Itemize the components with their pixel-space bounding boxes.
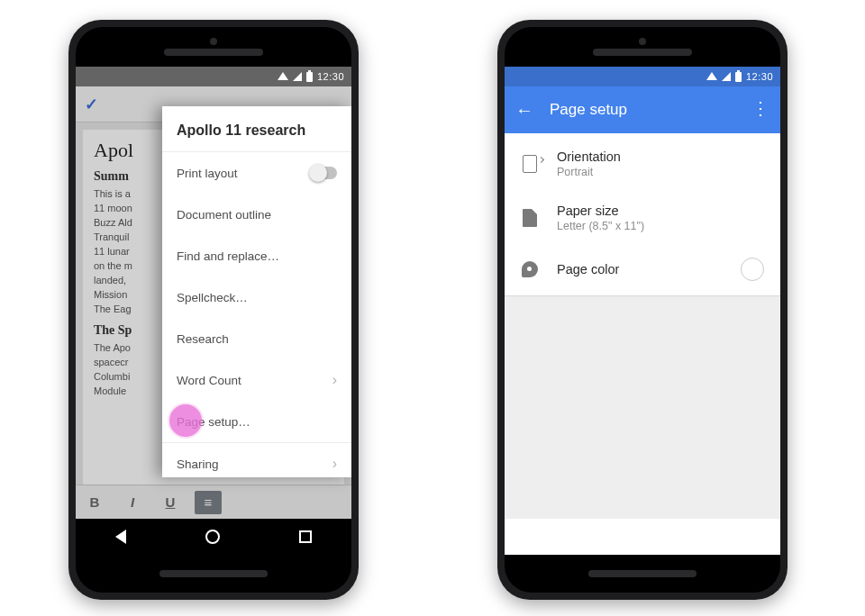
wifi-icon: [706, 72, 717, 80]
phone-mock-right: 12:30 ← Page setup ⋮ OrientationPortrait…: [497, 20, 788, 600]
menu-item-label: Document outline: [177, 208, 271, 222]
android-nav-bar: [76, 519, 351, 555]
phone-mock-left: 12:30 ✓ Apol Summ This is a 11 moon Buzz…: [68, 20, 359, 600]
italic-button[interactable]: I: [114, 494, 151, 510]
menu-item-label: Spellcheck…: [177, 291, 248, 304]
clock: 12:30: [317, 71, 344, 82]
nav-home-icon[interactable]: [205, 530, 220, 544]
settings-sublabel: Letter (8.5" x 11"): [557, 220, 764, 232]
chevron-right-icon: ›: [332, 372, 337, 388]
menu-item-word-count[interactable]: Word Count›: [162, 359, 351, 401]
clock: 12:30: [746, 71, 773, 82]
color-swatch[interactable]: [741, 258, 764, 281]
menu-item-sharing[interactable]: Sharing›: [162, 443, 351, 485]
cell-signal-icon: [293, 72, 302, 81]
settings-row-paper-size[interactable]: Paper sizeLetter (8.5" x 11"): [505, 191, 780, 245]
bold-button[interactable]: B: [76, 494, 114, 510]
settings-sublabel: Portrait: [557, 166, 764, 178]
menu-title: Apollo 11 research: [162, 106, 351, 152]
battery-icon: [735, 72, 742, 82]
page-title: Page setup: [550, 101, 735, 119]
align-button[interactable]: ≡: [195, 491, 222, 514]
menu-item-find-replace[interactable]: Find and replace…: [162, 235, 351, 276]
menu-item-label: Sharing: [177, 457, 219, 471]
menu-item-research[interactable]: Research: [162, 318, 351, 359]
settings-label: Paper size: [557, 204, 764, 218]
chevron-right-icon: ›: [332, 456, 337, 472]
settings-row-page-color[interactable]: Page color: [505, 245, 780, 294]
menu-item-label: Research: [177, 332, 229, 346]
orientation-icon: [523, 155, 537, 173]
menu-item-spellcheck[interactable]: Spellcheck…: [162, 276, 351, 318]
battery-icon: [306, 72, 313, 82]
menu-item-label: Word Count: [177, 374, 241, 387]
nav-recent-icon[interactable]: [299, 530, 312, 543]
settings-row-orientation[interactable]: OrientationPortrait: [505, 137, 780, 191]
nav-back-icon[interactable]: [115, 530, 126, 544]
wifi-icon: [278, 72, 288, 80]
confirm-icon[interactable]: ✓: [85, 95, 98, 114]
status-bar: 12:30: [76, 67, 351, 86]
app-bar: ← Page setup ⋮: [505, 86, 780, 133]
back-icon[interactable]: ←: [515, 101, 533, 119]
settings-body: OrientationPortraitPaper sizeLetter (8.5…: [505, 133, 780, 519]
cell-signal-icon: [722, 72, 731, 81]
settings-label: Page color: [557, 262, 723, 276]
overflow-menu: Apollo 11 research Print layoutDocument …: [162, 106, 351, 477]
underline-button[interactable]: U: [151, 494, 189, 510]
status-bar: 12:30: [505, 67, 780, 86]
menu-item-page-setup[interactable]: Page setup…: [162, 401, 351, 442]
toggle-switch[interactable]: [310, 167, 337, 179]
settings-label: Orientation: [557, 149, 764, 164]
menu-item-label: Find and replace…: [177, 249, 279, 263]
menu-item-print-layout[interactable]: Print layout: [162, 152, 351, 194]
overflow-icon[interactable]: ⋮: [751, 104, 769, 113]
touch-indicator: [169, 404, 202, 437]
menu-item-document-outline[interactable]: Document outline: [162, 194, 351, 235]
menu-item-label: Print layout: [177, 167, 238, 180]
page-icon: [523, 209, 537, 227]
format-toolbar: B I U ≡: [76, 485, 351, 519]
palette-icon: [522, 261, 538, 277]
